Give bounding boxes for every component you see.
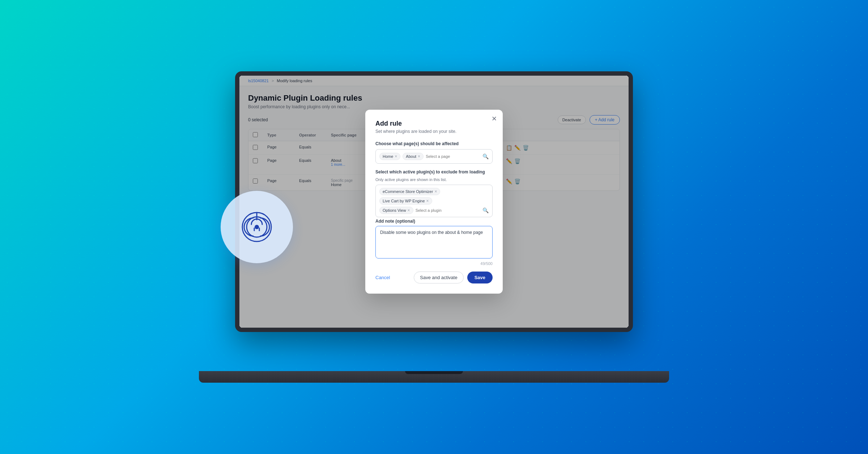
plugins-tag-row-1: eCommerce Store Optimizer × Live Cart by… [379, 188, 489, 205]
plugin-tag-livecart: Live Cart by WP Engine × [379, 197, 432, 205]
footer-actions: Save and activate Save [414, 272, 493, 283]
page-tag-home: Home × [379, 153, 400, 160]
note-textarea[interactable]: Disable some woo plugins on the about & … [375, 226, 493, 258]
pages-search-icon: 🔍 [482, 154, 489, 159]
note-label: Add note (optional) [375, 219, 493, 224]
pages-search-input[interactable] [426, 154, 480, 159]
plugin-logo-circle [221, 191, 293, 263]
laptop-screen: ls15040821 > Modify loading rules Dynami… [235, 71, 633, 332]
plugins-sublabel: Only active plugins are shown in this li… [375, 177, 493, 182]
modal-close-button[interactable]: ✕ [492, 115, 497, 122]
page-tag-about-remove[interactable]: × [418, 154, 420, 159]
plugin-tag-optionsview: Options View × [379, 207, 413, 214]
plugins-tag-row-2: Options View × 🔍 [379, 207, 489, 214]
plugin-tag-livecart-remove[interactable]: × [426, 198, 429, 203]
laptop-screen-inner: ls15040821 > Modify loading rules Dynami… [239, 76, 629, 328]
pages-section-label: Choose what page(s) should be affected [375, 141, 493, 146]
modal-overlay: ✕ Add rule Set where plugins are loaded … [239, 76, 629, 328]
plugin-tag-ecommerce: eCommerce Store Optimizer × [379, 188, 440, 195]
plugin-tag-ecommerce-remove[interactable]: × [434, 189, 437, 194]
svg-point-2 [255, 225, 259, 229]
modal-title: Add rule [375, 120, 493, 127]
plugins-input-container[interactable]: eCommerce Store Optimizer × Live Cart by… [375, 185, 493, 217]
laptop-base [199, 371, 669, 383]
save-activate-button[interactable]: Save and activate [414, 272, 463, 283]
plugins-section-label: Select which active plugin(s) to exclude… [375, 169, 493, 175]
plugins-search-icon: 🔍 [482, 207, 489, 213]
add-rule-modal: ✕ Add rule Set where plugins are loaded … [365, 110, 503, 294]
laptop-notch [405, 371, 463, 374]
save-button[interactable]: Save [467, 272, 493, 283]
modal-subtitle: Set where plugins are loaded on your sit… [375, 129, 493, 134]
plugin-tag-optionsview-remove[interactable]: × [408, 208, 410, 213]
page-tag-home-remove[interactable]: × [395, 154, 397, 159]
modal-footer: Cancel Save and activate Save [375, 272, 493, 283]
char-count: 49/500 [375, 261, 493, 266]
plugins-search-input[interactable] [416, 208, 480, 213]
laptop-wrapper: ls15040821 > Modify loading rules Dynami… [199, 71, 669, 383]
pages-input-container[interactable]: Home × About × 🔍 [375, 149, 493, 164]
page-tag-about: About × [403, 153, 424, 160]
cancel-button[interactable]: Cancel [375, 275, 390, 280]
